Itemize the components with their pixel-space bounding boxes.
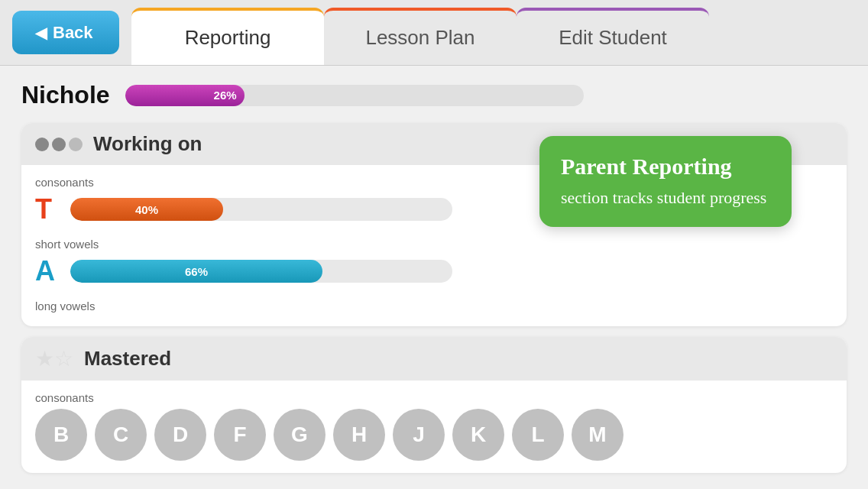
header: ◀ Back Reporting Lesson Plan Edit Studen… (0, 0, 868, 66)
tab-lesson-label: Lesson Plan (365, 26, 474, 50)
consonants-progress-label: 40% (135, 203, 158, 216)
circle-J: J (393, 409, 445, 461)
working-on-title: Working on (93, 132, 202, 156)
short-vowels-progress-fill: 66% (70, 260, 322, 283)
tab-edit-label: Edit Student (559, 26, 667, 50)
short-vowels-progress-label: 66% (185, 265, 208, 278)
dot1 (35, 138, 49, 151)
overall-progress-label: 26% (214, 89, 237, 102)
circle-G: G (274, 409, 326, 461)
main-content: Nichole 26% Working on consonants T (0, 66, 868, 489)
dot2 (52, 138, 66, 151)
mastered-body: consonants B C D F G H J K L M (21, 381, 847, 473)
mastered-section: ★☆ Mastered consonants B C D F G H J K L… (21, 337, 847, 473)
parent-reporting-tooltip: Parent Reporting section tracks student … (539, 136, 792, 227)
consonant-circles: B C D F G H J K L M (35, 409, 833, 465)
consonants-progress-fill: 40% (70, 198, 223, 221)
back-label: Back (53, 23, 93, 43)
circle-M: M (572, 409, 623, 461)
student-name: Nichole (21, 81, 110, 109)
circle-K: K (452, 409, 504, 461)
circle-H: H (333, 409, 385, 461)
back-arrow-icon: ◀ (35, 24, 47, 42)
short-vowels-label: short vowels (35, 238, 833, 251)
working-on-dots-icon (35, 138, 83, 151)
circle-B: B (35, 409, 87, 461)
consonants-letter: T (35, 193, 60, 225)
overall-progress-bar: 26% (125, 85, 584, 106)
back-button[interactable]: ◀ Back (12, 11, 119, 54)
short-vowels-progress-bar: 66% (70, 260, 452, 283)
tooltip-body: section tracks student progress (561, 186, 770, 210)
tab-reporting-label: Reporting (185, 26, 271, 50)
star-icon: ★☆ (35, 346, 73, 371)
short-vowels-letter: A (35, 255, 60, 287)
mastered-header: ★☆ Mastered (21, 337, 847, 381)
tab-edit-student[interactable]: Edit Student (517, 8, 709, 65)
long-vowels-label: long vowels (35, 300, 833, 319)
circle-C: C (95, 409, 147, 461)
overall-progress-fill: 26% (125, 85, 245, 106)
circle-F: F (214, 409, 266, 461)
mastered-consonants-label: consonants (35, 391, 833, 404)
short-vowels-row: A 66% (35, 255, 833, 287)
tooltip-title: Parent Reporting (561, 153, 770, 180)
mastered-title: Mastered (84, 347, 171, 371)
student-header: Nichole 26% (21, 81, 847, 109)
circle-L: L (512, 409, 564, 461)
dot3 (69, 138, 83, 151)
tab-lesson-plan[interactable]: Lesson Plan (324, 8, 517, 65)
consonants-progress-bar: 40% (70, 198, 452, 221)
tab-reporting[interactable]: Reporting (131, 8, 324, 65)
circle-D: D (154, 409, 206, 461)
